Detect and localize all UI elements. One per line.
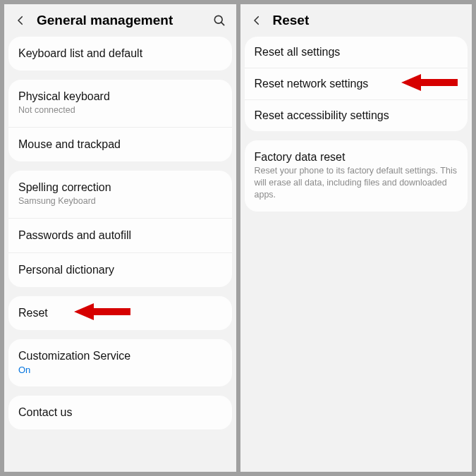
group: Spelling correction Samsung Keyboard Pas…	[8, 171, 232, 287]
group: Physical keyboard Not connected Mouse an…	[8, 80, 232, 161]
header: General management	[4, 4, 236, 37]
item-label: Reset	[18, 307, 222, 319]
item-keyboard-list[interactable]: Keyboard list and default	[8, 37, 232, 71]
group: Reset	[8, 296, 232, 330]
item-personal-dictionary[interactable]: Personal dictionary	[8, 252, 232, 287]
item-mouse-trackpad[interactable]: Mouse and trackpad	[8, 127, 232, 161]
back-icon[interactable]	[250, 14, 263, 27]
panel-general-management: General management Keyboard list and def…	[4, 4, 236, 472]
panel-reset: Reset Reset all settings Reset network s…	[240, 4, 472, 472]
group: Contact us	[8, 396, 232, 429]
item-label: Reset all settings	[255, 46, 458, 59]
item-sub: Not connected	[18, 104, 222, 116]
item-sub: Reset your phone to its factory default …	[255, 165, 458, 201]
item-label: Mouse and trackpad	[18, 138, 222, 151]
page-title: General management	[37, 13, 212, 28]
item-spelling-correction[interactable]: Spelling correction Samsung Keyboard	[8, 171, 232, 218]
item-sub: Samsung Keyboard	[18, 195, 222, 207]
content: Reset all settings Reset network setting…	[240, 37, 472, 472]
item-factory-data-reset[interactable]: Factory data reset Reset your phone to i…	[245, 140, 468, 212]
content: Keyboard list and default Physical keybo…	[4, 37, 236, 472]
group: Factory data reset Reset your phone to i…	[245, 140, 468, 212]
item-sub: On	[18, 364, 222, 377]
svg-line-1	[221, 23, 224, 25]
item-label: Personal dictionary	[18, 264, 222, 276]
item-reset-accessibility-settings[interactable]: Reset accessibility settings	[245, 99, 468, 131]
group: Customization Service On	[8, 339, 232, 387]
item-contact-us[interactable]: Contact us	[8, 396, 232, 429]
item-label: Contact us	[18, 406, 222, 419]
page-title: Reset	[273, 13, 463, 28]
item-label: Reset network settings	[255, 78, 458, 90]
item-label: Keyboard list and default	[18, 47, 222, 60]
item-label: Spelling correction	[18, 181, 222, 194]
item-passwords-autofill[interactable]: Passwords and autofill	[8, 218, 232, 252]
item-reset[interactable]: Reset	[8, 296, 232, 330]
item-label: Customization Service	[18, 350, 222, 362]
item-physical-keyboard[interactable]: Physical keyboard Not connected	[8, 80, 232, 127]
search-icon[interactable]	[212, 13, 226, 28]
group: Reset all settings Reset network setting…	[245, 37, 468, 131]
item-label: Physical keyboard	[18, 90, 222, 103]
item-customization-service[interactable]: Customization Service On	[8, 339, 232, 387]
header: Reset	[240, 4, 472, 37]
item-reset-all-settings[interactable]: Reset all settings	[245, 37, 468, 68]
item-reset-network-settings[interactable]: Reset network settings	[245, 68, 468, 99]
item-label: Reset accessibility settings	[255, 109, 458, 122]
item-label: Factory data reset	[255, 151, 458, 164]
item-label: Passwords and autofill	[18, 229, 222, 242]
group: Keyboard list and default	[8, 37, 232, 71]
back-icon[interactable]	[14, 14, 27, 27]
